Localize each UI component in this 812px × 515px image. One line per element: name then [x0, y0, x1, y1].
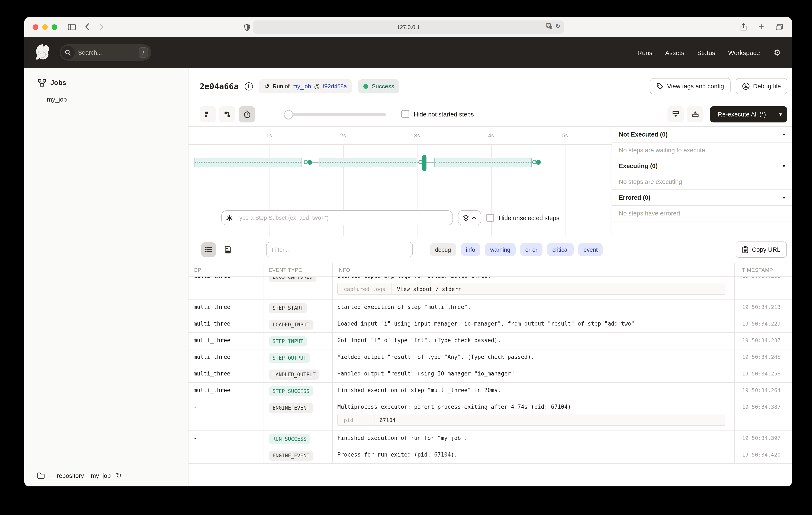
event-type-badge: STEP_START	[269, 303, 307, 313]
slider-knob[interactable]	[284, 110, 293, 119]
run-header: 2e04a66a i ↺ Run of my_job @ f92d468a Su…	[188, 68, 792, 102]
info-cell: Process for run exited (pid: 67104).	[332, 447, 734, 463]
log-level-event[interactable]: event	[579, 243, 603, 256]
debug-file-button[interactable]: Debug file	[735, 78, 787, 94]
new-tab-icon[interactable]: +	[755, 21, 767, 33]
minimize-window-button[interactable]	[42, 24, 48, 30]
event-type-badge: RUN_SUCCESS	[269, 434, 310, 444]
gantt-marker-open[interactable]	[418, 160, 423, 164]
dagster-logo-icon[interactable]	[33, 43, 53, 62]
share-icon[interactable]	[737, 21, 749, 33]
gantt-step-bar[interactable]	[434, 158, 532, 167]
at-symbol: @	[314, 83, 320, 89]
zoom-window-button[interactable]	[52, 24, 57, 30]
log-level-error[interactable]: error	[520, 243, 543, 256]
reexecute-dropdown-button[interactable]: ▼	[774, 106, 787, 122]
gantt-step-bar[interactable]	[194, 158, 302, 167]
view-timed-button[interactable]	[239, 106, 255, 122]
nav-item-assets[interactable]: Assets	[665, 49, 684, 56]
table-row[interactable]: multi_threeSTEP_STARTStarted execution o…	[188, 300, 792, 316]
search-input[interactable]	[78, 49, 125, 56]
info-text: Got input "i" of type "Int". (Type check…	[337, 337, 729, 344]
table-row[interactable]: -RUN_SUCCESSFinished execution of run fo…	[188, 431, 792, 447]
settings-gear-icon[interactable]: ⚙	[774, 48, 781, 57]
column-header-op: OP	[188, 263, 264, 276]
view-waterfall-button[interactable]	[219, 106, 235, 122]
table-row[interactable]: multi_threeHANDLED_OUTPUTHandled output …	[188, 366, 792, 383]
gantt-marker-pill[interactable]	[423, 155, 427, 171]
table-row[interactable]: -ENGINE_EVENTProcess for run exited (pid…	[188, 447, 792, 464]
view-tags-config-button[interactable]: View tags and config	[650, 78, 730, 94]
gantt-chart[interactable]: Hide unselected steps 1s2s3s4s5s	[188, 127, 612, 236]
table-row[interactable]: multi_threeLOGS_CAPTUREDStarted capturin…	[188, 277, 792, 300]
chevron-down-icon: ▾	[783, 195, 785, 200]
gantt-marker-filled[interactable]	[536, 160, 541, 165]
search-icon	[61, 46, 75, 59]
back-icon[interactable]	[81, 21, 93, 33]
reexecute-all-button[interactable]: Re-execute All (*)	[710, 106, 774, 122]
nav-item-runs[interactable]: Runs	[637, 49, 652, 56]
log-structured-view-button[interactable]	[221, 242, 235, 257]
reload-icon[interactable]: ↻	[555, 23, 560, 29]
log-filter-input[interactable]	[266, 242, 413, 257]
timestamp-cell: 19:50:34.245	[734, 349, 792, 365]
run-page: 2e04a66a i ↺ Run of my_job @ f92d468a Su…	[188, 68, 792, 486]
log-table-body: multi_threeLOGS_CAPTUREDStarted capturin…	[188, 277, 792, 470]
axis-border	[188, 144, 612, 145]
repository-row[interactable]: __repository__my_job ↻	[24, 465, 188, 486]
sidebar-item-my-job[interactable]: my_job	[24, 87, 188, 103]
hide-unselected-row: Hide unselected steps	[486, 214, 559, 222]
event-type-cell: ENGINE_EVENT	[264, 399, 332, 430]
svg-text:文: 文	[550, 26, 552, 29]
metadata-chip: pid67104	[337, 414, 725, 426]
panel-section-header[interactable]: Not Executed (0)▾	[612, 127, 792, 142]
zoom-slider[interactable]	[284, 106, 386, 122]
forward-icon[interactable]	[95, 21, 108, 33]
panel-section-header[interactable]: Executing (0)▾	[612, 158, 792, 174]
info-icon[interactable]: i	[244, 82, 253, 90]
commit-link[interactable]: f92d468a	[323, 83, 347, 89]
table-row[interactable]: multi_threeSTEP_OUTPUTYielded output "re…	[188, 349, 792, 366]
log-list-view-button[interactable]	[201, 242, 216, 257]
copy-url-button[interactable]: Copy URL	[736, 242, 787, 258]
event-type-cell: STEP_START	[264, 300, 332, 316]
collapse-panel-button[interactable]	[667, 106, 684, 122]
privacy-shield-icon[interactable]	[241, 22, 253, 34]
gantt-step-bar[interactable]	[319, 158, 417, 167]
gantt-dotted-line	[195, 162, 301, 163]
metadata-chip-value[interactable]: View stdout / stderr	[392, 283, 466, 294]
url-bar[interactable]: 127.0.0.1 A文 ↻	[253, 21, 564, 34]
tab-overview-icon[interactable]	[773, 21, 785, 33]
info-cell: Got input "i" of type "Int". (Type check…	[332, 333, 734, 349]
hide-unselected-checkbox[interactable]	[486, 214, 494, 222]
info-text: Loaded input "i" using input manager "io…	[337, 320, 729, 327]
translate-icon[interactable]: A文	[546, 23, 553, 29]
log-level-warning[interactable]: warning	[485, 243, 516, 256]
table-row[interactable]: multi_threeLOADED_INPUTLoaded input "i" …	[188, 316, 792, 333]
gantt-marker-filled[interactable]	[307, 160, 312, 165]
close-window-button[interactable]	[33, 24, 38, 30]
table-row[interactable]: multi_threeSTEP_INPUTGot input "i" of ty…	[188, 333, 792, 349]
subset-apply-button[interactable]	[458, 210, 481, 225]
run-of-pill: ↺ Run of my_job @ f92d468a	[259, 79, 352, 93]
view-flat-button[interactable]	[200, 106, 216, 122]
step-subset-input[interactable]	[236, 215, 448, 221]
expand-panel-button[interactable]	[687, 106, 703, 122]
log-level-info[interactable]: info	[461, 243, 481, 256]
sidebar-toggle-icon[interactable]	[66, 21, 78, 33]
panel-section-empty-text: No steps are executing	[612, 174, 792, 190]
slider-track[interactable]	[284, 113, 386, 116]
gantt-marker-open[interactable]	[532, 160, 536, 164]
job-link[interactable]: my_job	[293, 83, 311, 89]
nav-item-workspace[interactable]: Workspace	[728, 49, 760, 56]
log-level-debug[interactable]: debug	[430, 243, 456, 256]
table-row[interactable]: -ENGINE_EVENTMultiprocess executor: pare…	[188, 399, 792, 431]
panel-section-header[interactable]: Errored (0)▾	[612, 190, 792, 206]
nav-item-status[interactable]: Status	[697, 49, 715, 56]
table-row[interactable]: multi_threeSTEP_SUCCESSFinished executio…	[188, 383, 792, 399]
hide-not-started-checkbox[interactable]	[401, 110, 409, 118]
log-level-critical[interactable]: critical	[547, 243, 574, 256]
gantt-marker-open[interactable]	[303, 160, 308, 164]
refresh-icon[interactable]: ↻	[116, 471, 121, 480]
global-search[interactable]: /	[60, 44, 151, 61]
